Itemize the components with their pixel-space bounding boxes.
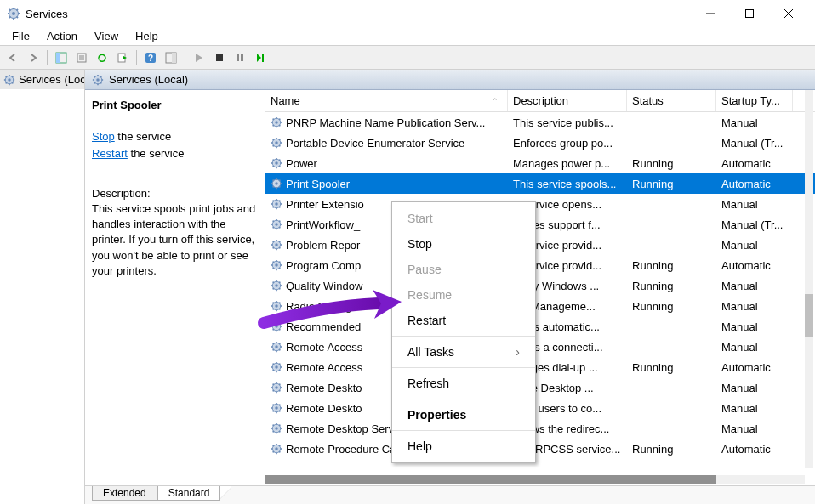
menubar: File Action View Help (0, 27, 815, 46)
service-startup: Automatic (716, 157, 793, 170)
service-row[interactable]: Problem Reporis service provid...Manual (265, 235, 815, 255)
service-startup: Manual (716, 320, 793, 333)
service-name: Quality Window (286, 280, 362, 292)
forward-button[interactable] (24, 48, 43, 67)
svg-rect-26 (237, 54, 239, 61)
horizontal-scroll-thumb[interactable] (265, 475, 716, 484)
service-startup: Manual (Tr... (716, 218, 793, 231)
service-row[interactable]: Portable Device Enumerator ServiceEnforc… (265, 133, 815, 153)
svg-rect-11 (746, 10, 754, 18)
service-row[interactable]: PNRP Machine Name Publication Serv...Thi… (265, 112, 815, 133)
ctx-refresh[interactable]: Refresh (392, 371, 535, 396)
svg-rect-24 (172, 53, 176, 63)
menu-separator (392, 430, 535, 431)
service-name: Portable Device Enumerator Service (286, 137, 464, 150)
gear-icon (92, 74, 104, 86)
restart-link[interactable]: Restart (92, 147, 128, 160)
service-row[interactable]: Remote Desktolows users to co...Manual (265, 398, 815, 418)
menu-help[interactable]: Help (127, 28, 167, 44)
col-startup[interactable]: Startup Ty... (716, 90, 793, 111)
service-row[interactable]: PowerManages power p...RunningAutomatic (265, 153, 815, 173)
service-status: Running (627, 361, 716, 374)
service-row[interactable]: Remote Desktop Services UserMode P...All… (265, 418, 815, 439)
vertical-scroll-thumb[interactable] (805, 294, 813, 337)
service-description: This service publis... (508, 116, 627, 129)
menu-view[interactable]: View (86, 28, 127, 44)
gear-icon (271, 300, 282, 312)
ctx-properties[interactable]: Properties (392, 402, 535, 428)
svg-rect-27 (241, 54, 243, 61)
service-name: Radio Manager (286, 300, 362, 313)
maximize-button[interactable] (730, 0, 769, 27)
service-row[interactable]: Remote Desktomote Desktop ...Manual (265, 377, 815, 398)
service-startup: Manual (716, 341, 793, 354)
service-startup: Manual (716, 382, 793, 394)
service-row[interactable]: Printer Extensiois service opens...Manua… (265, 194, 815, 214)
service-status: Running (627, 300, 716, 313)
titlebar: Services (0, 0, 815, 27)
service-status: Running (627, 259, 716, 272)
gear-icon (271, 157, 282, 169)
close-button[interactable] (769, 0, 808, 27)
tab-extended[interactable]: Extended (92, 486, 157, 501)
context-menu: StartStopPauseResumeRestartAll Tasks›Ref… (391, 201, 536, 463)
gear-icon (271, 259, 282, 271)
export-button[interactable] (113, 48, 132, 67)
ctx-stop[interactable]: Stop (392, 231, 535, 257)
service-row[interactable]: Recommendedables automatic...Manual (265, 316, 815, 337)
detail-pane: Print Spooler Stop the service Restart t… (85, 90, 265, 485)
gear-icon (271, 218, 282, 230)
menu-action[interactable]: Action (38, 28, 86, 44)
action-pane-button[interactable] (162, 48, 180, 67)
ctx-resume: Resume (392, 282, 535, 308)
minimize-button[interactable] (691, 0, 730, 27)
app-icon (7, 7, 20, 20)
stop-link[interactable]: Stop (92, 130, 115, 143)
col-description[interactable]: Description (508, 90, 627, 111)
service-row[interactable]: Remote Procedure Call (RPC)The RPCSS ser… (265, 439, 815, 459)
refresh-button[interactable] (93, 48, 111, 67)
svg-rect-28 (262, 54, 264, 62)
list-header-title: Services (Local) (85, 70, 815, 90)
pause-service-button[interactable] (231, 48, 249, 67)
gear-icon (271, 320, 282, 332)
service-row[interactable]: Remote Accesseates a connecti...Manual (265, 337, 815, 357)
show-hide-tree-button[interactable] (52, 48, 71, 67)
menu-file[interactable]: File (3, 28, 38, 44)
ctx-help[interactable]: Help (392, 433, 535, 459)
col-status[interactable]: Status (627, 90, 716, 111)
tab-standard[interactable]: Standard (157, 486, 221, 501)
service-row[interactable]: Program Compis service provid...RunningA… (265, 255, 815, 275)
ctx-start: Start (392, 206, 535, 231)
service-row[interactable]: Quality Windowuality Windows ...RunningM… (265, 275, 815, 296)
restart-service-button[interactable] (251, 48, 270, 67)
stop-service-button[interactable] (210, 48, 229, 67)
service-startup: Manual (716, 422, 793, 435)
service-status: Running (627, 443, 716, 456)
tree-pane: Services (Local) (0, 70, 85, 504)
description-text: This service spools print jobs and handl… (92, 201, 259, 279)
service-row[interactable]: PrintWorkflow_ovides support f...Manual … (265, 214, 815, 235)
ctx-all-tasks[interactable]: All Tasks› (392, 339, 535, 365)
properties-button[interactable] (72, 48, 91, 67)
ctx-restart[interactable]: Restart (392, 308, 535, 333)
col-name[interactable]: Name⌃ (265, 90, 508, 111)
back-button[interactable] (3, 48, 22, 67)
gear-icon (271, 382, 282, 394)
help-button[interactable]: ? (141, 48, 160, 67)
ctx-pause: Pause (392, 257, 535, 282)
column-headers: Name⌃ Description Status Startup Ty... (265, 90, 815, 112)
gear-icon (271, 402, 282, 414)
svg-rect-25 (216, 54, 223, 61)
menu-separator (392, 367, 535, 368)
tree-root-item[interactable]: Services (Local) (0, 70, 84, 89)
gear-icon (271, 137, 282, 149)
start-service-button[interactable] (190, 48, 208, 67)
vertical-scrollbar[interactable] (805, 90, 813, 468)
service-row[interactable]: Remote Accessanages dial-up ...RunningAu… (265, 357, 815, 377)
service-startup: Automatic (716, 443, 793, 456)
service-row[interactable]: Radio Managerdio Manageme...RunningManua… (265, 296, 815, 316)
service-title: Print Spooler (92, 99, 259, 111)
service-startup: Manual (716, 198, 793, 211)
service-row[interactable]: Print SpoolerThis service spools...Runni… (265, 173, 815, 194)
